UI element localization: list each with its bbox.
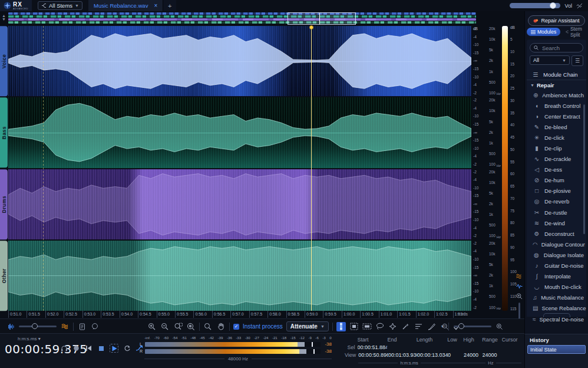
zoom-out-icon[interactable]	[160, 322, 170, 331]
volume-slider[interactable]	[510, 3, 560, 8]
module-list-item[interactable]: ◁ De-ess	[527, 165, 586, 175]
track-tab-bass[interactable]: Bass	[0, 97, 8, 167]
new-tab-button[interactable]: +	[163, 0, 176, 11]
tool-magic-wand[interactable]	[388, 322, 398, 331]
tab-close-icon[interactable]: ×	[154, 2, 157, 9]
file-tab[interactable]: Music Rebalance.wav ×	[88, 0, 163, 11]
spectrogram-colorbar[interactable]	[502, 26, 508, 311]
h-zoom-out-icon[interactable]	[441, 322, 450, 331]
module-list-item[interactable]: ◖ Breath Control	[527, 100, 586, 111]
module-list-item[interactable]: ∿ De-crackle	[527, 154, 586, 165]
h-zoom-slider[interactable]	[454, 326, 491, 327]
module-list-item[interactable]: ▤ Scene Rebalance	[527, 303, 586, 314]
instant-process-label[interactable]: Instant process	[243, 323, 283, 330]
tool-time-select[interactable]	[336, 322, 346, 331]
vertical-zoom-in-icon[interactable]	[516, 293, 523, 300]
track-tab-drums[interactable]: Drums	[0, 169, 8, 239]
volume-knob[interactable]	[550, 2, 556, 9]
colorbar-tick: 25	[510, 87, 514, 91]
tool-wand[interactable]	[401, 322, 411, 331]
module-list-item[interactable]: ⊕ Ambience Match	[527, 90, 586, 100]
module-list-item[interactable]: ✎ De-bleed	[527, 121, 586, 132]
zoom-selection-icon[interactable]	[173, 322, 183, 331]
playhead-handle[interactable]	[309, 25, 313, 29]
instant-process-checkbox[interactable]: ✓	[233, 324, 239, 330]
file-overview[interactable]: ▲▼	[0, 11, 524, 26]
category-filter-dropdown[interactable]: All ▼	[530, 55, 570, 65]
hand-grab-icon[interactable]	[216, 322, 226, 331]
module-list-item[interactable]: ♪ Guitar De-noise	[527, 261, 586, 271]
monitor-headphones-icon[interactable]	[60, 344, 68, 352]
h-zoom-in-icon[interactable]	[495, 322, 504, 331]
waveform-spectrogram-blend-icon[interactable]	[6, 322, 15, 331]
lane-drums-spectrogram[interactable]	[8, 169, 471, 239]
tool-brush[interactable]	[427, 322, 437, 331]
process-mode-dropdown[interactable]: Attenuate ▼	[286, 321, 329, 331]
lane-bass-spectrogram[interactable]	[8, 97, 471, 167]
blend-slider-knob[interactable]	[32, 323, 38, 329]
history-item-selected[interactable]: Initial State	[527, 345, 586, 354]
repair-section-header[interactable]: ▼ Repair	[527, 80, 586, 90]
module-list-item[interactable]: ◎ De-reverb	[527, 196, 586, 207]
tool-gain-lines[interactable]	[414, 322, 424, 331]
track-tab-other[interactable]: Other	[0, 241, 8, 311]
waveform-view-icon[interactable]	[516, 282, 523, 290]
module-list-item[interactable]: ✂ De-rustle	[527, 207, 586, 218]
zoom-in-icon[interactable]	[147, 322, 157, 331]
module-list-item[interactable]: ≋ De-wind	[527, 218, 586, 228]
module-list-item[interactable]: ◍ Dialogue Isolate	[527, 249, 586, 260]
h-zoom-knob[interactable]	[458, 323, 464, 329]
monitor-signal-icon[interactable]	[576, 3, 583, 9]
blend-slider[interactable]	[19, 326, 57, 327]
time-format-dropdown[interactable]: h:m:s.ms ▾	[18, 336, 41, 341]
tool-lasso[interactable]	[375, 322, 385, 331]
time-ruler[interactable]: 0:51.00:51.50:52.00:52.50:53.00:53.50:54…	[8, 311, 471, 318]
overview-viewport[interactable]	[288, 12, 356, 25]
tool-time-freq-select[interactable]	[349, 322, 359, 331]
module-list-item[interactable]: ◠ Dialogue Contour	[527, 239, 586, 249]
track-tab-voice[interactable]: Voice	[0, 26, 8, 96]
module-list-item[interactable]: ◑ Center Extract	[527, 111, 586, 121]
tool-wide-select[interactable]	[362, 322, 372, 331]
module-list-item[interactable]: ⊘ De-hum	[527, 175, 586, 186]
module-search[interactable]	[530, 43, 583, 52]
comment-bubble-icon[interactable]	[90, 322, 100, 331]
spectrogram-options-icon[interactable]	[60, 322, 70, 331]
panel-drag-handle[interactable]	[543, 313, 570, 317]
loop-playback-button[interactable]	[123, 344, 131, 352]
module-label: De-rustle	[544, 209, 567, 216]
list-view-toggle[interactable]: ☰	[572, 55, 583, 66]
repair-assistant-button[interactable]: Repair Assistant	[528, 15, 585, 26]
zoom-fit-icon[interactable]	[186, 322, 196, 331]
magnify-tool-icon[interactable]	[203, 322, 213, 331]
return-to-start-button[interactable]	[85, 344, 93, 352]
module-list-item[interactable]: □ De-plosive	[527, 186, 586, 196]
module-list-item[interactable]: ⚙ Deconstruct	[527, 228, 586, 239]
track-lanes[interactable]	[8, 26, 471, 311]
module-icon: □	[533, 188, 541, 194]
search-input[interactable]	[541, 44, 579, 52]
stems-dropdown[interactable]: All Stems ▼	[38, 1, 82, 10]
module-list-scrollbar[interactable]	[583, 104, 585, 234]
output-meters[interactable]: -inf.-70-60-54-51-48-45-42-39-36-33-30-2…	[140, 336, 332, 362]
overview-strip[interactable]	[8, 12, 476, 25]
module-list-item[interactable]: ▮ De-clip	[527, 143, 586, 153]
clipboard-doc-icon[interactable]	[77, 322, 87, 331]
lane-voice-spectrogram[interactable]	[8, 26, 471, 96]
module-list-item[interactable]: ♫ Music Rebalance	[527, 293, 586, 303]
colorbar-tick: 70	[510, 197, 514, 201]
playhead[interactable]	[311, 26, 312, 311]
overview-collapse-icon[interactable]: ▲▼	[2, 14, 6, 21]
lane-other-spectrogram[interactable]	[8, 241, 471, 311]
record-button[interactable]	[72, 344, 80, 352]
play-button[interactable]	[110, 344, 118, 353]
spectrogram-settings-icon[interactable]	[516, 272, 523, 280]
module-list-item[interactable]: ✳ De-click	[527, 132, 586, 143]
stop-button[interactable]	[97, 344, 105, 352]
module-list-item[interactable]: ∫ Interpolate	[527, 271, 586, 282]
tab-stem-split[interactable]: Stem Split	[561, 28, 588, 36]
module-list-item[interactable]: ◡ Mouth De-click	[527, 282, 586, 293]
module-icon: ◍	[533, 252, 540, 258]
tab-modules[interactable]: Modules	[527, 28, 560, 36]
module-chain-item[interactable]: ☰ Module Chain	[527, 70, 586, 80]
